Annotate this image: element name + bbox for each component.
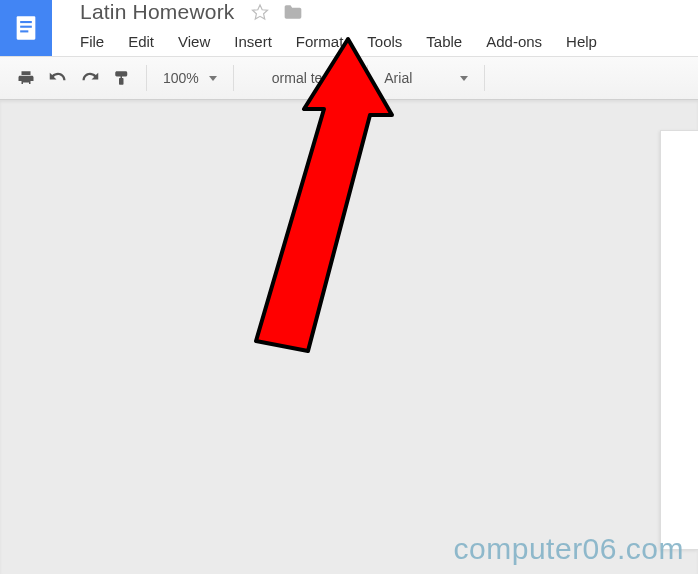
toolbar: 100% N ormal text Arial — [0, 56, 698, 100]
menu-format[interactable]: Format — [284, 28, 356, 55]
print-button[interactable] — [10, 62, 42, 94]
menu-insert[interactable]: Insert — [222, 28, 284, 55]
svg-rect-2 — [20, 26, 32, 28]
undo-button[interactable] — [42, 62, 74, 94]
menu-addons[interactable]: Add-ons — [474, 28, 554, 55]
redo-icon — [81, 69, 99, 87]
paint-format-button[interactable] — [106, 62, 138, 94]
svg-rect-3 — [20, 30, 28, 32]
header: Latin Homework File Edit View Insert For… — [0, 0, 698, 56]
undo-icon — [49, 69, 67, 87]
menu-view[interactable]: View — [166, 28, 222, 55]
document-icon — [12, 14, 40, 42]
redo-button[interactable] — [74, 62, 106, 94]
menu-edit[interactable]: Edit — [116, 28, 166, 55]
menu-tools[interactable]: Tools — [355, 28, 414, 55]
svg-rect-1 — [20, 21, 32, 23]
header-right: Latin Homework File Edit View Insert For… — [52, 0, 698, 55]
print-icon — [17, 69, 35, 87]
menu-file[interactable]: File — [80, 28, 116, 55]
separator — [367, 65, 368, 91]
document-page[interactable] — [660, 130, 698, 550]
separator — [146, 65, 147, 91]
document-canvas[interactable] — [0, 100, 698, 574]
svg-marker-4 — [252, 4, 267, 18]
menubar: File Edit View Insert Format Tools Table… — [80, 28, 698, 55]
paragraph-style-value: ormal text — [272, 70, 333, 86]
docs-logo[interactable] — [0, 0, 52, 56]
zoom-value: 100% — [163, 70, 199, 86]
title-row: Latin Homework — [80, 0, 698, 22]
document-title[interactable]: Latin Homework — [80, 0, 235, 24]
watermark: computer06.com — [454, 532, 684, 566]
separator — [484, 65, 485, 91]
font-value: Arial — [384, 70, 412, 86]
zoom-dropdown[interactable]: 100% — [155, 62, 225, 94]
chevron-down-icon — [209, 76, 217, 81]
paragraph-style-dropdown[interactable]: N ormal text — [242, 62, 359, 94]
folder-icon[interactable] — [283, 3, 303, 21]
menu-help[interactable]: Help — [554, 28, 609, 55]
separator — [233, 65, 234, 91]
paint-format-icon — [113, 69, 131, 87]
star-icon[interactable] — [251, 3, 269, 21]
chevron-down-icon — [343, 76, 351, 81]
chevron-down-icon — [460, 76, 468, 81]
menu-table[interactable]: Table — [414, 28, 474, 55]
svg-rect-0 — [17, 16, 36, 39]
font-dropdown[interactable]: Arial — [376, 62, 476, 94]
